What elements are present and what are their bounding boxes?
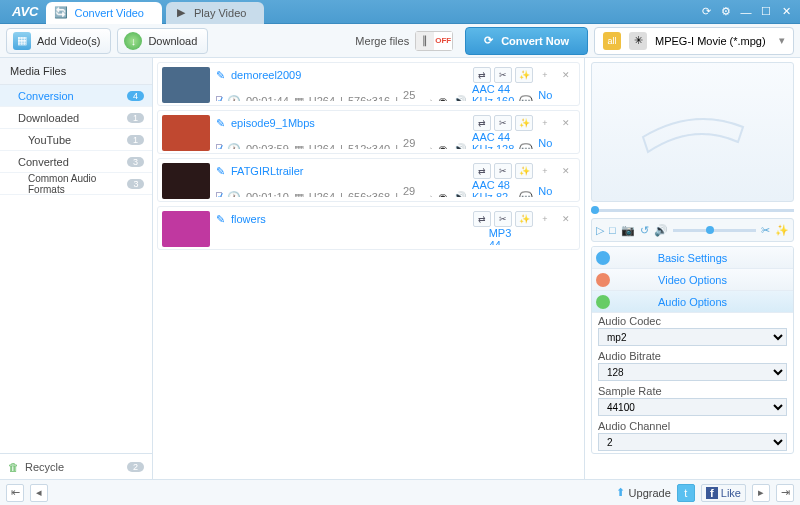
- rotate-icon[interactable]: ↺: [640, 224, 649, 237]
- sidebar-item-label: YouTube: [28, 134, 71, 146]
- file-duration: 00:01:44: [246, 95, 289, 101]
- collapse-left-button[interactable]: ◂: [30, 484, 48, 502]
- video-options-header[interactable]: Video Options: [592, 269, 793, 291]
- wand-icon[interactable]: ✨: [515, 211, 533, 227]
- upgrade-icon: ⬆: [616, 486, 625, 499]
- file-row[interactable]: ✎ episode9_1Mbps ⇄ ✂ ✨ + ✕ 🕐 00:03:59 ▦ …: [157, 110, 580, 154]
- app-logo: AVC: [4, 4, 46, 19]
- field-label: Audio Bitrate: [598, 350, 787, 362]
- file-codec: H264: [309, 143, 335, 149]
- file-checkbox[interactable]: [216, 192, 222, 198]
- cut-icon[interactable]: ✂: [494, 115, 512, 131]
- gear-icon[interactable]: ⚙: [716, 4, 736, 20]
- audio-channel-row: Audio Channel 2: [592, 418, 793, 453]
- sidebar-item-converted[interactable]: Converted 3: [0, 151, 152, 173]
- download-button[interactable]: ↓ Download: [117, 28, 208, 54]
- preview-seek-slider[interactable]: [591, 206, 794, 214]
- cut-icon[interactable]: ✂: [761, 224, 770, 237]
- swap-icon[interactable]: ⇄: [473, 211, 491, 227]
- stop-icon[interactable]: □: [609, 224, 616, 236]
- tab-convert-video[interactable]: 🔄 Convert Video: [46, 2, 162, 24]
- file-row[interactable]: ✎ flowers ⇄ ✂ ✨ + ✕ 🕐 00:01:41 ▦ MPEG4 |…: [157, 206, 580, 250]
- file-fps: 29 FPS: [403, 185, 424, 197]
- output-format-selector[interactable]: all ✳ MPEG-I Movie (*.mpg) ▾: [594, 27, 794, 55]
- add-icon[interactable]: +: [536, 211, 554, 227]
- tab-play-video[interactable]: ▶ Play Video: [166, 2, 264, 24]
- twitter-button[interactable]: t: [677, 484, 695, 502]
- speaker-icon: 🔊: [453, 191, 467, 198]
- sidebar-item-downloaded[interactable]: Downloaded 1: [0, 107, 152, 129]
- cut-icon[interactable]: ✂: [494, 211, 512, 227]
- add-icon[interactable]: +: [536, 115, 554, 131]
- audio-channel-select[interactable]: 2: [598, 433, 787, 451]
- edit-icon[interactable]: ✎: [216, 69, 225, 82]
- remove-icon[interactable]: ✕: [557, 67, 575, 83]
- remove-icon[interactable]: ✕: [557, 211, 575, 227]
- audio-codec-select[interactable]: mp2: [598, 328, 787, 346]
- film-icon: ▦: [294, 143, 304, 150]
- basic-settings-header[interactable]: Basic Settings: [592, 247, 793, 269]
- sidebar-item-audio-formats[interactable]: Common Audio Formats 3: [0, 173, 152, 195]
- chevron-right-icon[interactable]: ›: [429, 143, 433, 149]
- merge-toggle[interactable]: ∥ OFF: [415, 31, 453, 51]
- add-icon[interactable]: +: [536, 67, 554, 83]
- clock-icon: 🕐: [227, 191, 241, 198]
- audio-options-header[interactable]: Audio Options: [592, 291, 793, 313]
- upgrade-button[interactable]: ⬆ Upgrade: [616, 486, 671, 499]
- add-videos-button[interactable]: ▦ Add Video(s): [6, 28, 111, 54]
- sidebar-item-youtube[interactable]: YouTube 1: [0, 129, 152, 151]
- prev-page-button[interactable]: ⇤: [6, 484, 24, 502]
- file-row[interactable]: ✎ FATGIRLtrailer ⇄ ✂ ✨ + ✕ 🕐 00:01:10 ▦ …: [157, 158, 580, 202]
- refresh-icon[interactable]: ⟳: [696, 4, 716, 20]
- edit-icon[interactable]: ✎: [216, 213, 225, 226]
- recycle-bin[interactable]: 🗑 Recycle 2: [0, 453, 152, 479]
- volume-slider[interactable]: [673, 226, 756, 234]
- file-row[interactable]: ✎ demoreel2009 ⇄ ✂ ✨ + ✕ 🕐 00:01:44 ▦ H2…: [157, 62, 580, 106]
- count-badge: 3: [127, 179, 144, 189]
- close-button[interactable]: ✕: [776, 4, 796, 20]
- wand-icon[interactable]: ✨: [515, 163, 533, 179]
- wand-icon[interactable]: ✨: [775, 224, 789, 237]
- sample-rate-select[interactable]: 44100: [598, 398, 787, 416]
- file-thumbnail: [162, 115, 210, 151]
- file-checkbox[interactable]: [216, 96, 222, 102]
- swap-icon[interactable]: ⇄: [473, 163, 491, 179]
- cut-icon[interactable]: ✂: [494, 163, 512, 179]
- add-icon[interactable]: +: [536, 163, 554, 179]
- wand-icon[interactable]: ✨: [515, 67, 533, 83]
- audio-codec-row: Audio Codec mp2: [592, 313, 793, 348]
- file-title: flowers: [231, 213, 266, 225]
- swap-icon[interactable]: ⇄: [473, 67, 491, 83]
- count-badge: 2: [127, 462, 144, 472]
- wand-icon[interactable]: ✨: [515, 115, 533, 131]
- sidebar-item-conversion[interactable]: Conversion 4: [0, 85, 152, 107]
- cut-icon[interactable]: ✂: [494, 67, 512, 83]
- file-subtitle: No Subtitle: [538, 89, 575, 101]
- volume-icon[interactable]: 🔊: [654, 224, 668, 237]
- file-codec: H264: [309, 95, 335, 101]
- disc-icon: ◉: [438, 95, 448, 102]
- remove-icon[interactable]: ✕: [557, 115, 575, 131]
- chevron-right-icon[interactable]: ›: [429, 191, 433, 197]
- maximize-button[interactable]: ☐: [756, 4, 776, 20]
- convert-now-button[interactable]: ⟳ Convert Now: [465, 27, 588, 55]
- next-page-button[interactable]: ⇥: [776, 484, 794, 502]
- file-resolution: 576x316: [348, 95, 390, 101]
- audio-bitrate-row: Audio Bitrate 128: [592, 348, 793, 383]
- minimize-button[interactable]: —: [736, 4, 756, 20]
- remove-icon[interactable]: ✕: [557, 163, 575, 179]
- edit-icon[interactable]: ✎: [216, 117, 225, 130]
- count-badge: 3: [127, 157, 144, 167]
- file-checkbox[interactable]: [216, 144, 222, 150]
- collapse-right-button[interactable]: ▸: [752, 484, 770, 502]
- facebook-like-button[interactable]: f Like: [701, 484, 746, 502]
- snapshot-icon[interactable]: 📷: [621, 224, 635, 237]
- play-icon[interactable]: ▷: [596, 224, 604, 237]
- convert-icon: ⟳: [484, 34, 493, 47]
- swap-icon[interactable]: ⇄: [473, 115, 491, 131]
- edit-icon[interactable]: ✎: [216, 165, 225, 178]
- film-icon: ✳: [629, 32, 647, 50]
- toolbar: ▦ Add Video(s) ↓ Download Merge files ∥ …: [0, 24, 800, 58]
- audio-bitrate-select[interactable]: 128: [598, 363, 787, 381]
- chevron-right-icon[interactable]: ›: [429, 95, 433, 101]
